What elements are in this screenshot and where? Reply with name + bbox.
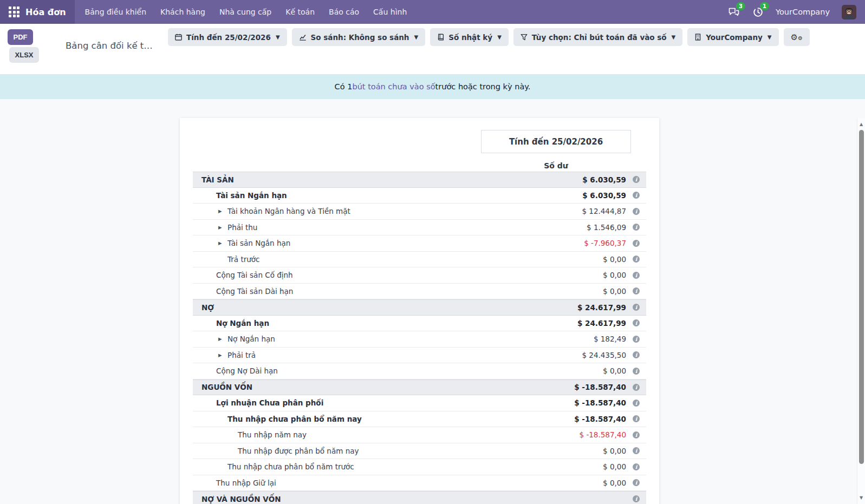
row-label: Lợi nhuận Chưa phân phối	[216, 398, 323, 407]
table-row: ▶ NỢ VÀ NGUỒN VỐN i	[193, 491, 646, 504]
info-icon: i	[633, 368, 640, 375]
calendar-icon	[175, 34, 182, 41]
expand-caret-icon[interactable]: ▶	[218, 208, 227, 214]
top-menu-item[interactable]: Nhà cung cấp	[212, 0, 278, 24]
messages-badge: 3	[736, 2, 745, 10]
messages-button[interactable]: 3	[728, 6, 740, 18]
info-button[interactable]: i	[626, 176, 646, 183]
info-button[interactable]: i	[626, 192, 646, 199]
info-icon: i	[633, 447, 640, 454]
info-button[interactable]: i	[626, 336, 646, 343]
top-menu-item[interactable]: Khách hàng	[153, 0, 212, 24]
expand-caret-icon[interactable]: ▶	[218, 240, 227, 246]
row-label: Tài sản Ngắn hạn	[227, 239, 290, 247]
row-value: $ 0,00	[603, 271, 626, 279]
info-button[interactable]: i	[626, 479, 646, 486]
comparison-filter-button[interactable]: So sánh: Không so sánh ▼	[292, 28, 426, 46]
activities-badge: 1	[760, 2, 769, 10]
comparison-filter-label: So sánh: Không so sánh	[311, 33, 409, 42]
vertical-scrollbar[interactable]: ▲ ▼	[857, 118, 865, 504]
row-value: $ 0,00	[603, 287, 626, 296]
info-button[interactable]: i	[626, 224, 646, 231]
export-xlsx-button[interactable]: XLSX	[9, 47, 39, 63]
table-row[interactable]: ▶ Nợ Ngắn hạn $ 182,49 i	[193, 331, 646, 348]
company-filter-label: YourCompany	[706, 33, 763, 42]
report-page: Tính đến 25/02/2026 Số dư ▶ TÀI SẢN $ 6.…	[0, 99, 865, 504]
info-button[interactable]: i	[626, 368, 646, 375]
info-button[interactable]: i	[626, 304, 646, 311]
row-label: TÀI SẢN	[201, 175, 234, 184]
table-row[interactable]: ▶ Tài sản Ngắn hạn $ -7.960,37 i	[193, 235, 646, 252]
info-icon: i	[633, 336, 640, 343]
report-settings-button[interactable]: ⚙⚙	[784, 28, 810, 46]
app-switcher[interactable]: Hóa đơn	[0, 0, 75, 24]
info-button[interactable]: i	[626, 319, 646, 326]
info-button[interactable]: i	[626, 287, 646, 294]
report-title: Bảng cân đối kế t…	[66, 41, 153, 51]
user-company-name[interactable]: YourCompany	[776, 8, 830, 16]
scrollbar-thumb[interactable]	[859, 130, 864, 464]
unposted-entries-link[interactable]: bút toán chưa vào số	[352, 82, 435, 91]
row-value: $ 12.444,87	[582, 207, 626, 215]
row-value: $ -7.960,37	[584, 239, 626, 247]
company-filter-button[interactable]: YourCompany ▼	[687, 28, 778, 46]
activities-button[interactable]: 1	[752, 6, 764, 18]
row-value: $ -18.587,40	[580, 430, 626, 439]
row-value: $ 0,00	[603, 255, 626, 264]
expand-caret-icon[interactable]: ▶	[218, 336, 227, 342]
row-value: $ 24.617,99	[577, 319, 626, 328]
info-icon: i	[633, 351, 640, 358]
info-button[interactable]: i	[626, 240, 646, 247]
info-button[interactable]: i	[626, 256, 646, 263]
row-value: $ 6.030,59	[582, 191, 626, 200]
info-button[interactable]: i	[626, 384, 646, 391]
info-button[interactable]: i	[626, 447, 646, 454]
info-button[interactable]: i	[626, 431, 646, 438]
table-row: ▶ Thu nhập chưa phân bổ năm nay $ -18.58…	[193, 411, 646, 428]
scroll-up-arrow-icon[interactable]: ▲	[857, 122, 865, 127]
info-button[interactable]: i	[626, 351, 646, 358]
row-label: Thu nhập Giữ lại	[216, 479, 276, 487]
top-menu-item[interactable]: Kế toán	[278, 0, 322, 24]
expand-caret-icon[interactable]: ▶	[218, 352, 227, 358]
top-menu-item[interactable]: Báo cáo	[322, 0, 366, 24]
row-label: Trả trước	[227, 255, 259, 264]
row-value: $ 24.617,99	[577, 303, 626, 312]
top-menu-item[interactable]: Bảng điều khiển	[78, 0, 153, 24]
info-button[interactable]: i	[626, 463, 646, 470]
info-button[interactable]: i	[626, 495, 646, 502]
chevron-down-icon: ▼	[672, 34, 676, 40]
info-icon: i	[633, 287, 640, 294]
date-filter-button[interactable]: Tính đến 25/02/2026 ▼	[168, 28, 287, 46]
report-table-rows: ▶ TÀI SẢN $ 6.030,59 i ▶ Tài sản Ngắn hạ…	[193, 172, 646, 504]
table-row[interactable]: ▶ Phải trả $ 24.435,50 i	[193, 348, 646, 364]
info-icon: i	[633, 463, 640, 470]
top-menu: Bảng điều khiểnKhách hàngNhà cung cấpKế …	[78, 0, 414, 24]
user-avatar[interactable]	[842, 5, 856, 19]
banner-text-suffix: trước hoặc trong kỳ này.	[435, 82, 531, 91]
table-row[interactable]: ▶ Tài khoản Ngân hàng và Tiền mặt $ 12.4…	[193, 204, 646, 220]
table-row: ▶ Thu nhập được phân bổ năm nay $ 0,00 i	[193, 443, 646, 460]
row-label: Thu nhập được phân bổ năm nay	[238, 447, 359, 455]
top-menu-item[interactable]: Cấu hình	[366, 0, 414, 24]
info-button[interactable]: i	[626, 208, 646, 215]
table-row[interactable]: ▶ Phải thu $ 1.546,09 i	[193, 220, 646, 236]
journals-filter-button[interactable]: Số nhật ký ▼	[430, 28, 509, 46]
journal-book-icon	[437, 34, 444, 41]
expand-caret-icon[interactable]: ▶	[218, 225, 227, 230]
row-value: $ 24.435,50	[582, 351, 626, 359]
info-icon: i	[633, 495, 640, 502]
app-title: Hóa đơn	[25, 7, 66, 17]
options-filter-button[interactable]: Tùy chọn: Chỉ bút toán đã vào số ▼	[513, 28, 682, 46]
row-label: Cộng Tài sản Dài hạn	[216, 287, 293, 296]
info-button[interactable]: i	[626, 415, 646, 422]
row-label: Phải trả	[227, 351, 256, 359]
table-row: ▶ Thu nhập năm nay $ -18.587,40 i	[193, 427, 646, 443]
export-pdf-button[interactable]: PDF	[8, 29, 33, 45]
row-value: $ 182,49	[594, 335, 626, 343]
scroll-down-arrow-icon[interactable]: ▼	[857, 495, 865, 500]
row-label: Tài khoản Ngân hàng và Tiền mặt	[227, 207, 350, 215]
info-button[interactable]: i	[626, 400, 646, 407]
apps-grid-icon	[9, 6, 19, 17]
info-button[interactable]: i	[626, 272, 646, 279]
